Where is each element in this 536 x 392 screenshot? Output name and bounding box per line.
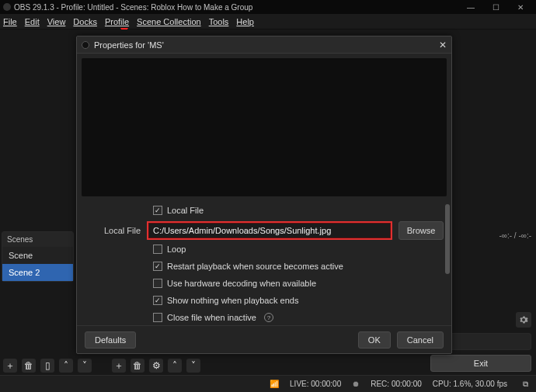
dialog-form: Local File Local File Browse Loop Restar…	[77, 201, 451, 325]
scenes-add-button[interactable]: ＋	[3, 359, 17, 373]
sources-settings-button[interactable]: ⚙	[149, 359, 163, 373]
scenes-header: Scenes	[2, 232, 73, 247]
cancel-label: Cancel	[407, 335, 433, 345]
controls-exit-button[interactable]: Exit	[430, 355, 531, 372]
broadcast-icon: 📶	[270, 380, 279, 388]
restart-playback-checkbox[interactable]	[153, 262, 162, 271]
status-cpu: CPU: 1.6%, 30.00 fps	[433, 380, 507, 388]
window-maximize-button[interactable]: ☐	[483, 3, 508, 12]
controls-exit-label: Exit	[474, 359, 488, 368]
obs-logo-icon	[82, 41, 89, 49]
sources-up-button[interactable]: ˄	[168, 359, 182, 373]
ok-label: OK	[368, 335, 381, 345]
dialog-title: Properties for 'MS'	[94, 40, 164, 50]
scenes-panel: Scenes Scene Scene 2	[2, 231, 74, 282]
dialog-titlebar: Properties for 'MS' ✕	[77, 36, 451, 54]
status-rec: REC: 00:00:00	[371, 380, 422, 388]
menu-scene-collection[interactable]: Scene Collection	[137, 17, 201, 26]
scene-item-1[interactable]: Scene 2	[2, 264, 73, 281]
dialog-close-button[interactable]: ✕	[439, 40, 447, 50]
menubar: File Edit View Docks Profile Scene Colle…	[0, 14, 536, 29]
local-file-checkbox[interactable]	[153, 206, 162, 215]
sources-down-button[interactable]: ˅	[186, 359, 200, 373]
dialog-button-row: Defaults OK Cancel	[77, 325, 451, 353]
menu-docks[interactable]: Docks	[73, 17, 97, 26]
browse-button[interactable]: Browse	[399, 221, 444, 240]
audio-settings-button[interactable]	[516, 312, 531, 328]
scenes-remove-button[interactable]: 🗑	[22, 359, 36, 373]
browse-label: Browse	[407, 226, 436, 235]
info-icon[interactable]: ?	[264, 313, 273, 322]
close-file-checkbox[interactable]	[153, 313, 162, 322]
scene-item-0[interactable]: Scene	[2, 247, 73, 264]
scenes-up-button[interactable]: ˄	[59, 359, 73, 373]
menu-profile[interactable]: Profile	[105, 17, 129, 26]
defaults-button[interactable]: Defaults	[85, 331, 136, 349]
sources-remove-button[interactable]: 🗑	[131, 359, 144, 373]
menu-help[interactable]: Help	[236, 17, 254, 26]
status-live: LIVE: 00:00:00	[290, 380, 341, 388]
menu-file[interactable]: File	[3, 17, 17, 26]
restart-playback-label: Restart playback when source becomes act…	[167, 262, 343, 271]
ok-button[interactable]: OK	[358, 331, 391, 349]
show-nothing-checkbox[interactable]	[153, 296, 162, 305]
obs-logo-icon	[3, 3, 11, 11]
record-icon: ⏺	[352, 380, 360, 388]
local-file-path-input[interactable]	[147, 221, 392, 240]
window-close-button[interactable]: ✕	[508, 3, 533, 12]
defaults-label: Defaults	[95, 335, 126, 345]
menu-tools[interactable]: Tools	[209, 17, 229, 26]
dialog-scrollbar[interactable]	[445, 201, 450, 317]
scenes-down-button[interactable]: ˅	[78, 359, 92, 373]
cancel-button[interactable]: Cancel	[397, 331, 444, 349]
dock-icon[interactable]: ⧉	[523, 380, 528, 389]
show-nothing-label: Show nothing when playback ends	[167, 296, 298, 305]
menu-edit[interactable]: Edit	[25, 17, 40, 26]
os-titlebar: OBS 29.1.3 - Profile: Untitled - Scenes:…	[0, 0, 536, 14]
hw-decoding-label: Use hardware decoding when available	[167, 279, 316, 288]
scenes-filter-button[interactable]: ▯	[40, 359, 54, 373]
audio-meter-readout: -∞:- / -∞:-	[457, 231, 531, 240]
window-title: OBS 29.1.3 - Profile: Untitled - Scenes:…	[14, 3, 252, 12]
dialog-preview-area	[82, 58, 447, 196]
local-file-checkbox-label: Local File	[167, 206, 204, 215]
window-minimize-button[interactable]: —	[458, 3, 483, 12]
gear-icon	[519, 315, 528, 324]
close-file-label: Close file when inactive	[167, 313, 256, 322]
local-file-label: Local File	[85, 226, 147, 235]
loop-label: Loop	[167, 245, 186, 254]
hw-decoding-checkbox[interactable]	[153, 279, 162, 288]
sources-add-button[interactable]: ＋	[112, 359, 126, 373]
loop-checkbox[interactable]	[153, 245, 162, 254]
scenes-toolbar: ＋ 🗑 ▯ ˄ ˅ ＋ 🗑 ⚙ ˄ ˅	[3, 358, 200, 373]
properties-dialog: Properties for 'MS' ✕ Local File Local F…	[76, 36, 452, 354]
menu-view[interactable]: View	[47, 17, 66, 26]
status-bar: 📶 LIVE: 00:00:00 ⏺ REC: 00:00:00 CPU: 1.…	[0, 375, 536, 392]
